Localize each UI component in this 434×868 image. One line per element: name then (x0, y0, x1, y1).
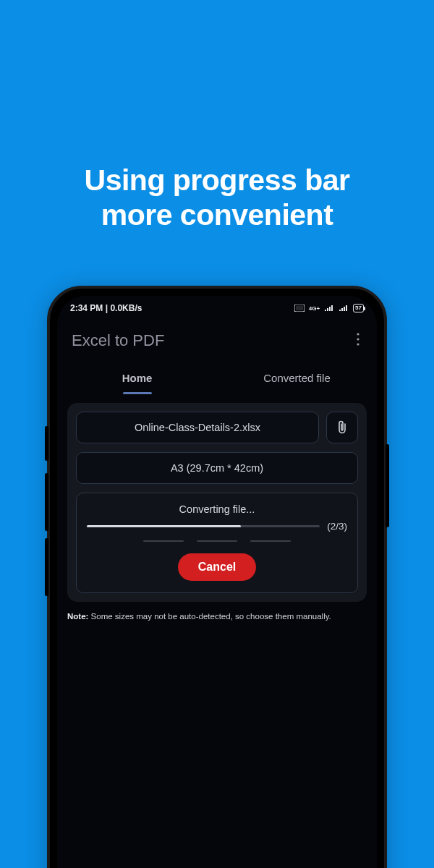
phone-mockup: 2:34 PM | 0.0KB/s 4G+ 57 Excel to PDF (47, 286, 387, 868)
phone-side-button (45, 426, 48, 461)
progress-steps (143, 540, 291, 542)
progress-step-dash (143, 540, 184, 542)
app-bar: Excel to PDF (57, 320, 377, 361)
svg-rect-1 (296, 306, 303, 310)
paperclip-icon (336, 420, 348, 435)
paper-size-field[interactable]: A3 (29.7cm * 42cm) (76, 452, 358, 484)
signal-icon-2 (339, 305, 349, 312)
tab-converted-label: Converted file (263, 372, 331, 384)
status-time-net: 2:34 PM | 0.0KB/s (70, 303, 142, 313)
tab-bar: Home Converted file (57, 361, 377, 394)
tab-converted-file[interactable]: Converted file (217, 361, 377, 394)
signal-icon (324, 305, 334, 312)
progress-counter: (2/3) (327, 521, 347, 532)
phone-screen: 2:34 PM | 0.0KB/s 4G+ 57 Excel to PDF (57, 296, 377, 868)
promo-headline: Using progress bar more convenient (0, 163, 434, 233)
progress-fill (87, 525, 241, 527)
phone-volume-up (45, 473, 48, 531)
note-prefix: Note: (67, 612, 88, 621)
phone-power-button (386, 444, 389, 527)
progress-step-dash (250, 540, 291, 542)
network-type-badge: 4G+ (309, 305, 320, 312)
progress-label: Converting file... (179, 503, 255, 515)
tab-active-underline (123, 392, 152, 394)
app-title: Excel to PDF (72, 331, 164, 350)
headline-line2: more convenient (14, 197, 420, 232)
status-bar: 2:34 PM | 0.0KB/s 4G+ 57 (57, 296, 377, 320)
cancel-button[interactable]: Cancel (178, 553, 256, 581)
paper-size-value: A3 (29.7cm * 42cm) (171, 462, 263, 474)
svg-point-3 (357, 338, 359, 340)
main-card: Online-Class-Details-2.xlsx A3 (29.7cm *… (67, 403, 367, 602)
tab-home-label: Home (122, 372, 153, 384)
phone-volume-down (45, 538, 48, 596)
svg-point-4 (357, 343, 359, 345)
more-menu-button[interactable] (351, 327, 365, 355)
attach-file-button[interactable] (326, 412, 358, 443)
battery-pct: 57 (355, 305, 362, 311)
selected-file-field[interactable]: Online-Class-Details-2.xlsx (76, 412, 319, 443)
note-text: Some sizes may not be auto-detected, so … (88, 612, 331, 621)
selected-file-name: Online-Class-Details-2.xlsx (135, 422, 260, 433)
more-vertical-icon (357, 333, 359, 346)
conversion-progress-panel: Converting file... (2/3) Cancel (76, 493, 358, 593)
battery-icon: 57 (353, 304, 364, 312)
cancel-button-label: Cancel (198, 561, 236, 573)
progress-step-dash (197, 540, 237, 542)
footer-note: Note: Some sizes may not be auto-detecte… (67, 612, 367, 621)
progress-bar (87, 525, 320, 527)
tab-home[interactable]: Home (57, 361, 217, 394)
headline-line1: Using progress bar (14, 163, 420, 197)
volte-icon (294, 305, 305, 312)
svg-point-2 (357, 333, 359, 335)
